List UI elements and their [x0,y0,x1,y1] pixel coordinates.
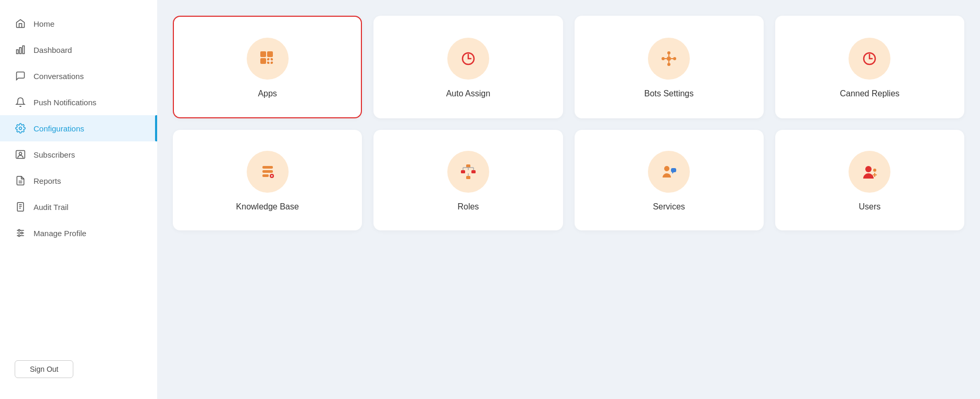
sidebar-item-audit-trail[interactable]: Audit Trail [0,194,157,220]
sidebar-bottom: Sign Out [0,350,157,389]
svg-rect-35 [262,166,273,169]
sidebar: Home Dashboard Conversations Push Notifi… [0,0,157,399]
sidebar-item-conversations-label: Conversations [34,72,84,81]
card-roles[interactable]: Roles [373,130,563,230]
svg-point-16 [21,232,23,234]
sidebar-item-configurations[interactable]: Configurations [0,115,157,141]
svg-point-5 [19,152,22,155]
bar-chart-icon [15,44,26,56]
sidebar-item-push-notifications-label: Push Notifications [34,98,96,107]
configuration-grid: Apps Auto Assign [173,16,964,230]
sign-out-button[interactable]: Sign Out [15,360,73,378]
card-knowledge-base[interactable]: Knowledge Base [173,130,362,230]
knowledge-icon-circle [247,151,289,193]
svg-rect-36 [262,170,273,173]
svg-point-27 [673,57,676,60]
card-knowledge-base-label: Knowledge Base [236,202,299,212]
sidebar-item-reports-label: Reports [34,176,61,185]
card-services[interactable]: Services [575,130,764,230]
bots-icon-circle [648,38,690,80]
svg-point-15 [18,229,20,231]
file-icon [15,175,26,186]
card-bots-settings[interactable]: Bots Settings [575,16,764,118]
card-apps-label: Apps [258,89,277,98]
svg-point-3 [19,127,22,130]
card-canned-replies-label: Canned Replies [840,89,899,98]
sidebar-item-dashboard[interactable]: Dashboard [0,37,157,63]
sidebar-item-audit-trail-label: Audit Trail [34,203,69,212]
sidebar-item-subscribers[interactable]: Subscribers [0,141,157,168]
card-auto-assign-label: Auto Assign [446,89,491,98]
svg-rect-41 [466,164,470,168]
svg-point-25 [667,57,671,61]
card-users-label: Users [858,202,880,212]
svg-rect-37 [262,174,269,177]
apps-icon-circle [247,38,289,80]
svg-rect-44 [466,176,470,179]
svg-point-26 [662,57,665,60]
svg-point-53 [873,169,876,172]
users-icon-circle [849,151,890,193]
sidebar-item-manage-profile[interactable]: Manage Profile [0,220,157,246]
svg-rect-8 [17,203,24,212]
svg-point-29 [667,63,670,66]
bell-icon [15,96,26,108]
chat-icon [15,70,26,82]
svg-rect-4 [16,151,25,159]
svg-point-28 [667,51,670,54]
sidebar-item-dashboard-label: Dashboard [34,46,72,54]
svg-rect-19 [267,51,273,57]
person-badge-icon [15,149,26,160]
sliders-icon [15,227,26,239]
sidebar-item-reports[interactable]: Reports [0,168,157,194]
sidebar-item-subscribers-label: Subscribers [34,150,75,159]
card-users[interactable]: Users [775,130,964,230]
roles-icon-circle [447,151,489,193]
card-services-label: Services [653,202,685,212]
card-bots-settings-label: Bots Settings [644,89,693,98]
sidebar-item-home[interactable]: Home [0,10,157,37]
card-auto-assign[interactable]: Auto Assign [373,16,563,118]
svg-rect-51 [671,168,676,172]
svg-rect-42 [461,170,465,173]
clipboard-icon [15,201,26,213]
main-content: Apps Auto Assign [157,0,980,399]
services-icon-circle [648,151,690,193]
card-canned-replies[interactable]: Canned Replies [775,16,964,118]
home-icon [15,18,26,29]
svg-rect-20 [260,58,266,64]
svg-rect-43 [471,170,476,173]
svg-point-17 [18,235,20,236]
svg-rect-18 [260,51,266,57]
sidebar-item-manage-profile-label: Manage Profile [34,229,86,238]
autoassign-icon-circle [447,38,489,80]
sidebar-item-push-notifications[interactable]: Push Notifications [0,89,157,115]
sidebar-item-configurations-label: Configurations [34,124,84,133]
svg-point-52 [865,166,872,172]
svg-rect-2 [23,46,24,54]
gear-icon [15,123,26,134]
svg-point-50 [664,166,669,171]
svg-rect-1 [19,48,21,54]
sidebar-item-home-label: Home [34,19,54,28]
canned-icon-circle [849,38,890,80]
sidebar-item-conversations[interactable]: Conversations [0,63,157,89]
svg-rect-0 [17,50,18,54]
card-roles-label: Roles [457,202,479,212]
card-apps[interactable]: Apps [173,16,362,118]
